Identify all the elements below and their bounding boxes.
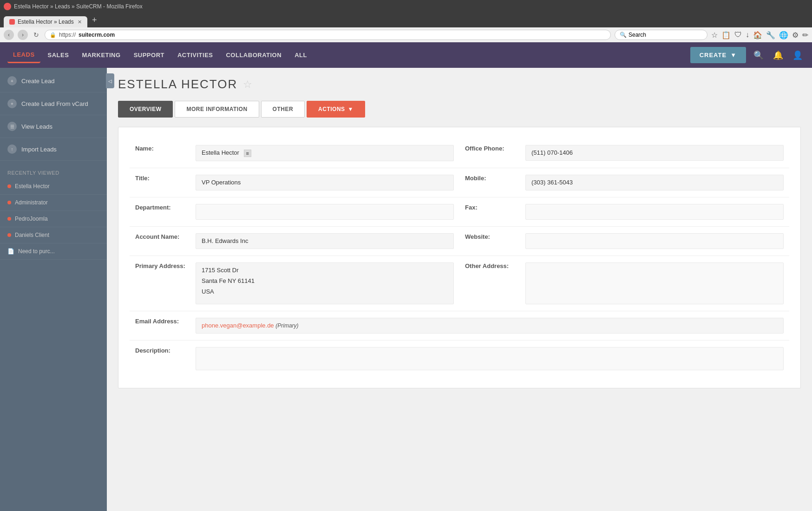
url-domain: suitecrm.com <box>79 32 115 38</box>
tab-label: Estella Hector » Leads <box>18 19 74 25</box>
field-row-title-mobile: Title: VP Operations Mobile: (303) 361-5… <box>130 168 789 197</box>
sidebar-toggle-button[interactable]: ◁ <box>106 73 114 88</box>
page-title: ESTELLA HECTOR ☆ <box>118 77 801 92</box>
back-button[interactable]: ‹ <box>4 30 14 40</box>
name-detail-icon[interactable]: ≡ <box>244 150 251 157</box>
recent-item-daniels[interactable]: Daniels Client <box>0 227 107 243</box>
recently-viewed-header: Recently Viewed <box>0 164 107 178</box>
email-label: Email Address: <box>135 318 196 325</box>
actions-arrow-icon: ▼ <box>348 106 354 112</box>
tab-other[interactable]: OTHER <box>261 101 305 118</box>
actions-label: ACTIONS <box>318 106 345 112</box>
pen-icon[interactable]: ✏ <box>802 31 808 39</box>
field-group-primary-address: Primary Address: 1715 Scott Dr Santa Fe … <box>130 256 459 311</box>
recent-pedro-label: PedroJoomla <box>15 216 48 222</box>
tab-overview[interactable]: OVERVIEW <box>118 101 173 118</box>
create-button[interactable]: CREATE ▼ <box>690 47 746 63</box>
field-row-dept-fax: Department: Fax: <box>130 197 789 227</box>
sidebar-item-create-lead-vcard[interactable]: + Create Lead From vCard <box>0 92 107 115</box>
name-value: Estella Hector ≡ <box>196 145 454 161</box>
main-layout: ◁ + Create Lead + Create Lead From vCard… <box>0 68 812 511</box>
website-label: Website: <box>465 233 525 240</box>
shield-icon[interactable]: 🛡 <box>734 31 742 39</box>
page-title-text: ESTELLA HECTOR <box>118 77 237 92</box>
sidebar-import-leads-label: Import Leads <box>21 146 57 153</box>
field-row-addresses: Primary Address: 1715 Scott Dr Santa Fe … <box>130 256 789 311</box>
recent-daniels-label: Daniels Client <box>15 232 49 238</box>
download-icon[interactable]: ↓ <box>746 31 749 39</box>
field-group-mobile: Mobile: (303) 361-5043 <box>459 168 789 197</box>
browser-title-bar: Estella Hector » Leads » SuiteCRM - Mozi… <box>4 3 808 13</box>
app-nav: LEADS SALES MARKETING SUPPORT ACTIVITIES… <box>0 42 812 68</box>
refresh-button[interactable]: ↻ <box>32 30 41 39</box>
recent-item-admin[interactable]: Administrator <box>0 195 107 211</box>
recent-item-need[interactable]: 📄 Need to purc... <box>0 243 107 260</box>
tab-close-button[interactable]: ✕ <box>78 19 82 25</box>
primary-address-label: Primary Address: <box>135 262 196 269</box>
account-name-value: B.H. Edwards Inc <box>196 233 454 249</box>
tab-bar: Estella Hector » Leads ✕ + <box>4 13 808 27</box>
browser-tab[interactable]: Estella Hector » Leads ✕ <box>4 16 87 27</box>
recent-dot-icon-pedro <box>7 217 11 221</box>
other-address-value <box>525 262 784 304</box>
field-row-description: Description: <box>130 341 789 377</box>
view-leads-icon: ☰ <box>7 122 17 131</box>
recent-item-estella[interactable]: Estella Hector <box>0 178 107 195</box>
recent-doc-icon: 📄 <box>7 248 14 255</box>
email-link[interactable]: phone.vegan@example.de <box>202 322 274 329</box>
title-value: VP Operations <box>196 175 454 190</box>
fax-label: Fax: <box>465 204 525 211</box>
sidebar-item-create-lead[interactable]: + Create Lead <box>0 70 107 92</box>
browser-title: Estella Hector » Leads » SuiteCRM - Mozi… <box>14 3 143 10</box>
new-tab-button[interactable]: + <box>87 13 102 27</box>
settings-icon[interactable]: ⚙ <box>792 31 799 39</box>
reading-list-icon[interactable]: 📋 <box>721 31 731 39</box>
sidebar-item-import-leads[interactable]: ↑ Import Leads <box>0 138 107 161</box>
star-browser-icon[interactable]: ☆ <box>711 31 718 39</box>
search-nav-button[interactable]: 🔍 <box>752 48 766 62</box>
notifications-button[interactable]: 🔔 <box>771 48 785 62</box>
tab-actions[interactable]: ACTIONS ▼ <box>307 101 365 118</box>
nav-item-support[interactable]: SUPPORT <box>128 48 170 62</box>
user-avatar-button[interactable]: 👤 <box>791 48 805 62</box>
sidebar-item-view-leads[interactable]: ☰ View Leads <box>0 115 107 138</box>
nav-items: LEADS SALES MARKETING SUPPORT ACTIVITIES… <box>7 47 690 63</box>
address-bar[interactable]: 🔒 https://suitecrm.com <box>45 30 611 40</box>
nav-right: CREATE ▼ 🔍 🔔 👤 <box>690 47 805 63</box>
content-area: ESTELLA HECTOR ☆ OVERVIEW MORE INFORMATI… <box>107 68 812 511</box>
create-arrow-icon: ▼ <box>730 52 737 59</box>
globe-icon[interactable]: 🌐 <box>779 31 788 39</box>
browser-chrome: Estella Hector » Leads » SuiteCRM - Mozi… <box>0 0 812 27</box>
field-group-other-address: Other Address: <box>459 256 789 311</box>
account-name-label: Account Name: <box>135 233 196 240</box>
field-group-account-name: Account Name: B.H. Edwards Inc <box>130 227 459 256</box>
field-row-email: Email Address: phone.vegan@example.de (P… <box>130 311 789 341</box>
description-label: Description: <box>135 347 196 354</box>
tab-more-information[interactable]: MORE INFORMATION <box>175 101 259 118</box>
nav-item-all[interactable]: ALL <box>289 48 313 62</box>
extension-icon[interactable]: 🔧 <box>766 31 775 39</box>
department-value <box>196 204 454 220</box>
nav-item-marketing[interactable]: MARKETING <box>76 48 126 62</box>
favorite-star-icon[interactable]: ☆ <box>243 79 253 91</box>
primary-address-line3: USA <box>202 288 448 295</box>
browser-search-bar[interactable]: 🔍 Search <box>615 30 707 40</box>
home-icon[interactable]: 🏠 <box>753 31 762 39</box>
mobile-value: (303) 361-5043 <box>525 175 784 190</box>
recent-need-label: Need to purc... <box>18 248 55 255</box>
nav-item-sales[interactable]: SALES <box>42 48 75 62</box>
website-value <box>525 233 784 249</box>
nav-item-activities[interactable]: ACTIVITIES <box>172 48 219 62</box>
nav-item-collaboration[interactable]: COLLABORATION <box>220 48 287 62</box>
import-leads-icon: ↑ <box>7 144 17 154</box>
field-group-website: Website: <box>459 227 789 256</box>
sidebar-view-leads-label: View Leads <box>21 123 52 130</box>
recent-dot-icon-daniels <box>7 233 11 237</box>
nav-item-leads[interactable]: LEADS <box>7 47 40 63</box>
sidebar-actions-section: + Create Lead + Create Lead From vCard ☰… <box>0 68 107 163</box>
recent-item-pedro[interactable]: PedroJoomla <box>0 211 107 227</box>
recent-dot-icon-admin <box>7 201 11 204</box>
create-lead-icon: + <box>7 76 17 85</box>
other-address-label: Other Address: <box>465 262 525 269</box>
forward-button[interactable]: › <box>18 30 28 40</box>
